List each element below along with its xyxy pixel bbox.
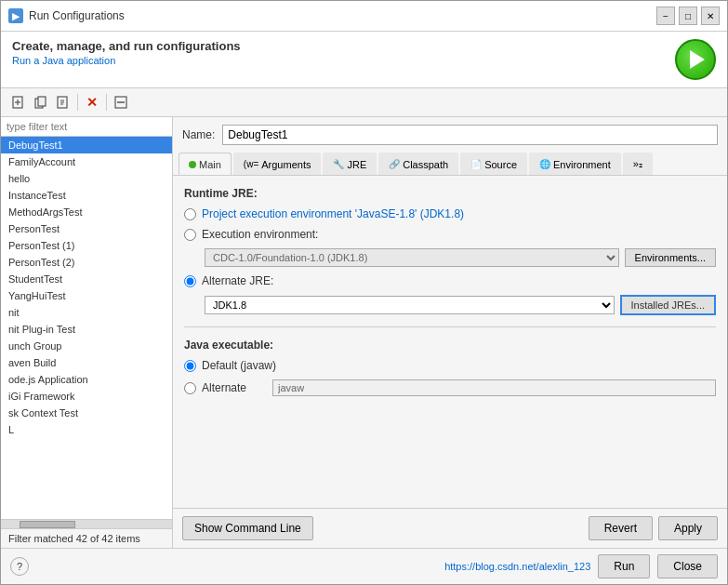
horizontal-scrollbar[interactable] — [1, 519, 172, 528]
tab-more[interactable]: »₂ — [623, 153, 653, 175]
bottom-bar: Show Command Line Revert Apply — [173, 508, 727, 548]
header-subtitle[interactable]: Run a Java application — [12, 55, 241, 66]
section-divider — [184, 326, 716, 327]
name-input[interactable] — [222, 125, 718, 145]
filter-status: Filter matched 42 of 42 items — [1, 528, 172, 548]
tab-main[interactable]: Main — [179, 153, 232, 175]
list-item[interactable]: nit — [1, 304, 172, 321]
close-footer-button[interactable]: Close — [657, 554, 718, 578]
list-item[interactable]: iGi Framework — [1, 388, 172, 405]
execution-env-row: CDC-1.0/Foundation-1.0 (JDK1.8) Environm… — [205, 248, 716, 267]
duplicate-icon — [34, 96, 47, 109]
title-controls: − □ ✕ — [656, 7, 720, 25]
show-command-line-button[interactable]: Show Command Line — [182, 516, 313, 540]
jre-option2-label: Execution environment: — [202, 228, 318, 241]
alternate-jre-row: JDK1.8 Installed JREs... — [205, 295, 716, 315]
jre-option1-row: Project execution environment 'JavaSE-1.… — [184, 207, 716, 220]
tab-main-label: Main — [199, 159, 221, 170]
minimize-button[interactable]: − — [656, 7, 675, 25]
java-exec-alt-radio[interactable] — [184, 382, 196, 394]
installed-jres-button[interactable]: Installed JREs... — [620, 295, 716, 315]
left-panel: DebugTest1 FamilyAccount hello InstanceT… — [1, 117, 173, 548]
tabs-container: Main (w= Arguments 🔧 JRE 🔗 Classpath 📄 S… — [173, 153, 727, 176]
close-window-button[interactable]: ✕ — [701, 7, 720, 25]
runtime-jre-label: Runtime JRE: — [184, 187, 716, 200]
java-exec-alt-input[interactable] — [272, 379, 716, 396]
filter-input[interactable] — [1, 117, 172, 137]
list-item[interactable]: L — [1, 421, 172, 438]
tab-jre[interactable]: 🔧 JRE — [323, 153, 377, 175]
name-label: Name: — [182, 128, 215, 141]
list-item[interactable]: YangHuiTest — [1, 287, 172, 304]
environments-button[interactable]: Environments... — [625, 248, 716, 267]
list-item[interactable]: FamilyAccount — [1, 153, 172, 170]
classpath-icon: 🔗 — [389, 159, 400, 169]
environment-icon: 🌐 — [539, 159, 550, 169]
list-item[interactable]: PersonTest (1) — [1, 237, 172, 254]
java-exec-options: Default (javaw) Alternate — [184, 359, 716, 396]
java-exec-default-radio[interactable] — [184, 360, 196, 372]
list-item[interactable]: InstanceTest — [1, 187, 172, 204]
jre-option1-label[interactable]: Project execution environment 'JavaSE-1.… — [202, 207, 464, 220]
jre-option2-row: Execution environment: — [184, 228, 716, 241]
list-item[interactable]: ode.js Application — [1, 371, 172, 388]
list-item[interactable]: nit Plug-in Test — [1, 321, 172, 338]
revert-button[interactable]: Revert — [589, 516, 653, 540]
jre-option3-label: Alternate JRE: — [202, 274, 273, 287]
list-item[interactable]: StudentTest — [1, 271, 172, 287]
toolbar-sep-1 — [77, 94, 78, 111]
java-exec-label: Java executable: — [184, 339, 716, 352]
window-title: Run Configurations — [29, 9, 125, 22]
run-triangle-icon — [690, 50, 705, 69]
header-title: Create, manage, and run configurations — [12, 39, 241, 53]
java-exec-option2-row: Alternate — [184, 379, 716, 396]
collapse-all-button[interactable] — [111, 92, 131, 113]
tab-arguments[interactable]: (w= Arguments — [233, 153, 322, 175]
list-item[interactable]: DebugTest1 — [1, 137, 172, 153]
tab-environment-label: Environment — [553, 159, 611, 170]
jre-option1-radio[interactable] — [184, 208, 196, 220]
list-item[interactable]: aven Build — [1, 354, 172, 371]
list-item[interactable]: sk Context Test — [1, 405, 172, 421]
tab-more-label: »₂ — [633, 158, 642, 170]
tab-source[interactable]: 📄 Source — [460, 153, 527, 175]
new-config-button[interactable] — [8, 92, 29, 113]
export-config-button[interactable] — [53, 92, 73, 113]
name-row: Name: — [173, 117, 727, 153]
tab-environment[interactable]: 🌐 Environment — [529, 153, 621, 175]
tab-content: Runtime JRE: Project execution environme… — [173, 176, 727, 508]
help-button[interactable]: ? — [10, 557, 29, 576]
header-section: Create, manage, and run configurations R… — [1, 32, 727, 88]
toolbar-sep-2 — [106, 94, 107, 111]
list-item[interactable]: hello — [1, 170, 172, 187]
run-button[interactable] — [675, 39, 716, 80]
list-item[interactable]: unch Group — [1, 338, 172, 354]
maximize-button[interactable]: □ — [679, 7, 697, 25]
export-icon — [57, 96, 70, 109]
list-item[interactable]: PersonTest (2) — [1, 254, 172, 271]
execution-env-select[interactable]: CDC-1.0/Foundation-1.0 (JDK1.8) — [205, 248, 619, 267]
list-item[interactable]: MethodArgsTest — [1, 204, 172, 220]
alternate-jre-select[interactable]: JDK1.8 — [205, 296, 615, 314]
jre-option3-radio[interactable] — [184, 275, 196, 287]
jre-option3-row: Alternate JRE: — [184, 274, 716, 287]
list-item[interactable]: PersonTest — [1, 220, 172, 237]
run-configurations-window: ▶ Run Configurations − □ ✕ Create, manag… — [0, 0, 728, 585]
main-content: DebugTest1 FamilyAccount hello InstanceT… — [1, 117, 727, 548]
tab-classpath-label: Classpath — [403, 159, 448, 170]
title-bar-left: ▶ Run Configurations — [8, 8, 125, 23]
java-exec-option1-row: Default (javaw) — [184, 359, 716, 372]
duplicate-config-button[interactable] — [31, 92, 51, 113]
scrollbar-thumb[interactable] — [20, 521, 75, 528]
runtime-jre-options: Project execution environment 'JavaSE-1.… — [184, 207, 716, 315]
apply-button[interactable]: Apply — [658, 516, 718, 540]
run-footer-button[interactable]: Run — [598, 554, 650, 578]
tab-source-label: Source — [484, 159, 517, 170]
bottom-left: Show Command Line — [182, 516, 313, 540]
new-icon — [12, 96, 25, 109]
jre-option2-radio[interactable] — [184, 229, 196, 241]
toolbar: ✕ — [1, 88, 727, 117]
delete-config-button[interactable]: ✕ — [82, 92, 102, 113]
tab-classpath[interactable]: 🔗 Classpath — [378, 153, 458, 175]
url-text: https://blog.csdn.net/alexlin_123 — [444, 561, 590, 572]
